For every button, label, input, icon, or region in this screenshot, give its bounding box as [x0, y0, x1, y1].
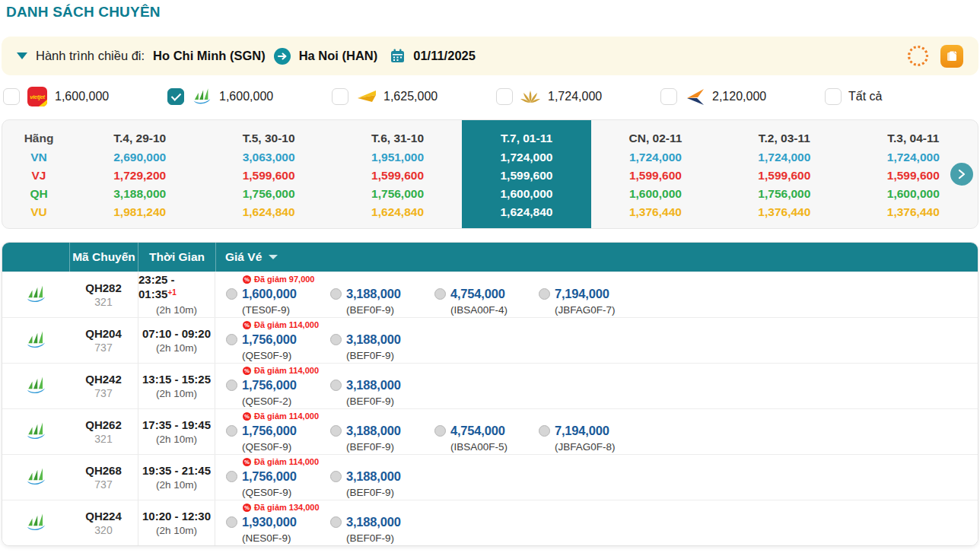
- fare-option[interactable]: % Đã giảm 134,000 1,930,000 (NES0F-9): [226, 502, 330, 545]
- bamboo-airways-logo-icon: [24, 284, 47, 305]
- discount-badge: % Đã giảm 114,000: [226, 457, 330, 466]
- aircraft-type: 737: [94, 386, 112, 401]
- calendar-date-cell[interactable]: T.5, 30-10: [204, 129, 332, 148]
- calendar-airline-code: VU: [2, 203, 75, 221]
- calendar-date-cell[interactable]: T.2, 03-11: [720, 129, 848, 148]
- calendar-price-cell[interactable]: 1,600,000: [591, 185, 720, 203]
- airline-filter-checkbox[interactable]: [660, 88, 677, 105]
- discount-badge: % Đã giảm 97,000: [226, 275, 330, 284]
- fare-option[interactable]: % 3,188,000 (BEF0F-9): [330, 502, 434, 545]
- fare-radio[interactable]: [330, 334, 342, 345]
- calendar-price-cell[interactable]: 2,690,000: [75, 148, 204, 167]
- calendar-price-cell[interactable]: 1,729,200: [75, 167, 204, 185]
- calendar-date-cell[interactable]: CN, 02-11: [591, 129, 720, 148]
- fare-option[interactable]: % 7,194,000 (JBFAG0F-8): [539, 411, 643, 453]
- fare-radio[interactable]: [330, 471, 342, 482]
- flight-time: 19:35 - 21:45: [142, 463, 211, 478]
- fare-radio[interactable]: [226, 471, 237, 482]
- fare-option[interactable]: % 3,188,000 (BEF0F-9): [330, 365, 434, 408]
- fare-option[interactable]: % 4,754,000 (IBSA00F-4): [434, 274, 539, 316]
- airline-filter-checkbox[interactable]: [496, 88, 513, 105]
- fare-radio[interactable]: [539, 288, 550, 300]
- header-price[interactable]: Giá Vé: [215, 243, 978, 272]
- fare-option[interactable]: % 3,188,000 (BEF0F-9): [330, 456, 434, 499]
- airline-filter-checkbox[interactable]: [167, 88, 184, 105]
- calendar-icon: [390, 49, 405, 63]
- calendar-price-cell[interactable]: 1,376,440: [591, 203, 720, 221]
- fare-radio[interactable]: [330, 380, 342, 391]
- caret-down-icon[interactable]: [17, 52, 27, 59]
- airline-filter-vietravel-airlines[interactable]: 2,120,000: [660, 87, 825, 106]
- calendar-price-cell[interactable]: 1,599,600: [204, 167, 332, 185]
- calendar-price-cell[interactable]: 1,599,600: [462, 167, 590, 185]
- fare-option[interactable]: % 3,188,000 (BEF0F-9): [330, 411, 434, 453]
- calendar-price-cell[interactable]: 1,624,840: [333, 203, 462, 221]
- calendar-price-cell[interactable]: 1,376,440: [849, 203, 978, 221]
- fare-option[interactable]: % 4,754,000 (IBSA00F-5): [434, 411, 539, 453]
- calendar-price-cell[interactable]: 1,599,600: [720, 167, 848, 185]
- fare-radio[interactable]: [226, 425, 237, 437]
- airline-filter-checkbox[interactable]: [825, 88, 842, 105]
- airline-filter-pacific-airlines[interactable]: 1,625,000: [332, 88, 496, 105]
- calendar-price-cell[interactable]: 1,624,840: [204, 203, 332, 221]
- discount-text: Đã giảm 114,000: [254, 366, 319, 375]
- fare-option[interactable]: % Đã giảm 114,000 1,756,000 (QES0F-9): [226, 456, 330, 499]
- fare-radio[interactable]: [539, 425, 550, 437]
- calendar-price-cell[interactable]: 1,600,000: [462, 185, 590, 203]
- calendar-price-cell[interactable]: 1,981,240: [75, 203, 204, 221]
- fare-option[interactable]: % 3,188,000 (BEF0F-9): [330, 274, 434, 316]
- fare-radio[interactable]: [226, 380, 237, 391]
- discount-text: Đã giảm 97,000: [254, 275, 315, 284]
- calendar-price-cell[interactable]: 1,724,000: [720, 148, 848, 167]
- fare-option[interactable]: % 7,194,000 (JBFAG0F-7): [539, 274, 643, 316]
- calendar-price-cell[interactable]: 1,756,000: [204, 185, 332, 203]
- fare-price: 3,188,000: [346, 378, 401, 392]
- fare-radio[interactable]: [226, 516, 237, 528]
- calendar-price-cell[interactable]: 1,724,000: [462, 148, 590, 167]
- fare-option[interactable]: % Đã giảm 97,000 1,600,000 (TES0F-9): [226, 274, 330, 316]
- fare-radio[interactable]: [330, 425, 342, 437]
- airline-filter-vietjet-air[interactable]: vietjet 1,600,000: [3, 87, 167, 106]
- airline-filter-bamboo-airways[interactable]: 1,600,000: [167, 87, 332, 107]
- calendar-date-cell[interactable]: T.3, 04-11: [849, 129, 978, 148]
- fare-option[interactable]: % Đã giảm 114,000 1,756,000 (QES0F-9): [226, 319, 330, 362]
- airline-filter-checkbox[interactable]: [332, 88, 348, 105]
- journey-bar: Hành trình chiều đi: Ho Chi Minh (SGN) H…: [2, 37, 978, 75]
- calendar-date-cell[interactable]: T.7, 01-11: [462, 129, 590, 148]
- fare-option[interactable]: % Đã giảm 114,000 1,756,000 (QES0F-9): [226, 411, 330, 453]
- calendar-next-button[interactable]: [950, 163, 973, 186]
- fare-radio[interactable]: [226, 288, 237, 300]
- airline-filter-checkbox[interactable]: [3, 88, 20, 105]
- fare-radio[interactable]: [330, 516, 342, 528]
- fare-radio[interactable]: [330, 288, 342, 300]
- notes-button[interactable]: [940, 45, 963, 68]
- calendar-price-cell[interactable]: 1,756,000: [333, 185, 462, 203]
- calendar-price-cell[interactable]: 1,951,000: [333, 148, 462, 167]
- flight-duration: (2h 10m): [156, 341, 197, 355]
- calendar-price-cell[interactable]: 1,599,600: [591, 167, 720, 185]
- calendar-price-cell[interactable]: 1,376,440: [720, 203, 848, 221]
- calendar-price-cell[interactable]: 1,724,000: [591, 148, 720, 167]
- calendar-price-cell[interactable]: 1,756,000: [720, 185, 848, 203]
- calendar-date-cell[interactable]: T.4, 29-10: [75, 129, 204, 148]
- page-title: DANH SÁCH CHUYÊN: [6, 3, 978, 21]
- calendar-price-cell[interactable]: 1,599,600: [333, 167, 462, 185]
- calendar-airline-code: QH: [2, 185, 75, 203]
- fare-option[interactable]: % Đã giảm 114,000 1,756,000 (QES0F-2): [226, 365, 330, 408]
- airline-filter-all[interactable]: Tất cả: [825, 88, 882, 105]
- calendar-date-cell[interactable]: T.6, 31-10: [333, 129, 462, 148]
- bamboo-airways-logo-icon: [24, 513, 47, 533]
- fare-radio[interactable]: [434, 288, 446, 300]
- calendar-price-cell[interactable]: 1,624,840: [462, 203, 590, 221]
- airline-filter-vietnam-airlines[interactable]: 1,724,000: [496, 88, 660, 105]
- header-logo-column: [2, 243, 69, 272]
- aircraft-type: 321: [94, 432, 112, 446]
- discount-icon: %: [243, 504, 251, 512]
- calendar-price-cell[interactable]: 3,063,000: [204, 148, 332, 167]
- calendar-price-cell[interactable]: 3,188,000: [75, 185, 204, 203]
- fare-radio[interactable]: [434, 425, 446, 437]
- fare-radio[interactable]: [226, 334, 237, 345]
- journey-date[interactable]: 01/11/2025: [413, 49, 476, 63]
- calendar-price-cell[interactable]: 1,600,000: [849, 185, 978, 203]
- fare-option[interactable]: % 3,188,000 (BEF0F-9): [330, 319, 434, 362]
